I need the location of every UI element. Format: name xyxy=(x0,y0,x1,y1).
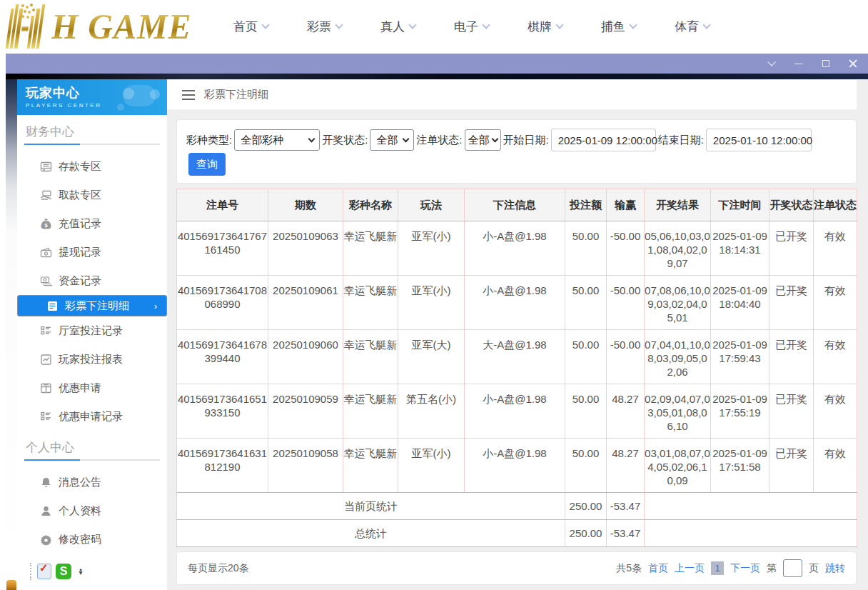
prev-page-link[interactable]: 上一页 xyxy=(675,562,705,575)
chevron-down-icon xyxy=(702,21,710,29)
sidebar-item-label: 资金记录 xyxy=(59,274,101,288)
cashout-record-icon xyxy=(40,246,52,259)
window-dropdown-icon[interactable] xyxy=(767,59,777,69)
table-cell: -50.00 xyxy=(607,330,645,384)
sidebar-item[interactable]: 优惠申请记录› xyxy=(17,402,167,431)
bet-status-select[interactable]: 全部 xyxy=(465,129,501,151)
window-controls xyxy=(767,54,858,74)
column-header: 玩法 xyxy=(398,189,465,221)
chevron-right-icon: › xyxy=(154,301,157,311)
table-cell: 2025-01-09 18:14:31 xyxy=(711,221,769,276)
chevron-down-icon xyxy=(629,21,637,29)
table-cell: 已开奖 xyxy=(769,276,814,330)
table-row: 40156917364163181219020250109058幸运飞艇新亚军(… xyxy=(177,439,857,493)
column-header: 输赢 xyxy=(607,189,645,221)
sidebar-item[interactable]: 厅室投注记录› xyxy=(17,316,167,345)
column-header: 注单状态 xyxy=(814,189,857,221)
window-maximize-icon[interactable] xyxy=(821,59,831,69)
search-button[interactable]: 查询 xyxy=(188,153,226,176)
column-header: 下注时间 xyxy=(711,189,769,221)
window-titlebar xyxy=(6,54,868,74)
toolbar-drag-handle[interactable] xyxy=(30,563,33,580)
sidebar-item-label: 提现记录 xyxy=(59,246,101,259)
table-cell: 幸运飞艇新 xyxy=(343,439,398,493)
table-cell: 幸运飞艇新 xyxy=(343,384,398,439)
table-cell: 2025-01-09 18:04:40 xyxy=(711,276,769,330)
first-page-link[interactable]: 首页 xyxy=(648,562,668,575)
pagination-panel: 每页显示20条 共5条 首页 上一页 1 下一页 第 页 跳转 xyxy=(176,551,857,585)
jump-link[interactable]: 跳转 xyxy=(825,562,845,575)
menu-toggle-icon[interactable] xyxy=(182,90,195,100)
nav-item-label: 首页 xyxy=(233,19,258,35)
table-cell: 50.00 xyxy=(565,439,607,493)
table-header-row: 注单号期数彩种名称玩法下注信息投注额输赢开奖结果下注时间开奖状态注单状态 xyxy=(177,189,857,221)
table-cell: 小-A盘@1.98 xyxy=(465,276,565,330)
sidebar-item[interactable]: 彩票下注明细› xyxy=(17,295,167,316)
nav-item-2[interactable]: 彩票 xyxy=(288,19,361,35)
table-cell: 亚军(小) xyxy=(398,439,465,493)
sidebar-item[interactable]: 存款专区› xyxy=(17,152,167,181)
next-page-link[interactable]: 下一页 xyxy=(730,562,760,575)
logo-text: H GAME xyxy=(51,6,191,47)
table-cell: 小-A盘@1.98 xyxy=(465,221,565,276)
sidebar-item[interactable]: 个人资料› xyxy=(17,496,167,525)
sidebar-item[interactable]: 取款专区› xyxy=(17,181,167,209)
table-cell: 有效 xyxy=(814,384,857,439)
table-cell: -50.00 xyxy=(607,276,645,330)
toolbar-more-icon[interactable]: ▪▾ xyxy=(77,569,84,574)
nav-item-6[interactable]: 捕鱼 xyxy=(582,19,655,35)
site-logo[interactable]: H GAME xyxy=(9,3,195,50)
table-cell: 07,08,06,10,09,03,02,04,05,01 xyxy=(645,276,711,330)
table-cell: 亚军(小) xyxy=(398,276,465,330)
sidebar-item-label: 厅室投注记录 xyxy=(59,324,123,338)
sidebar-item[interactable]: 消息公告› xyxy=(17,468,167,496)
table-cell: 小-A盘@1.98 xyxy=(465,439,565,493)
message-icon xyxy=(40,476,52,489)
summary-label: 当前页统计 xyxy=(177,493,565,520)
nav-item-4[interactable]: 电子 xyxy=(435,19,508,35)
table-cell: 有效 xyxy=(814,276,857,330)
nav-item-3[interactable]: 真人 xyxy=(361,19,435,35)
column-header: 期数 xyxy=(268,189,343,221)
sidebar-item[interactable]: 提现记录› xyxy=(17,238,167,266)
current-page[interactable]: 1 xyxy=(711,561,724,575)
main-nav: 首页彩票真人电子棋牌捕鱼体育 xyxy=(214,0,729,54)
sidebar-item-label: 修改密码 xyxy=(59,533,101,546)
page-number-input[interactable] xyxy=(783,559,802,577)
table-cell: 小-A盘@1.98 xyxy=(465,384,565,439)
table-cell: 02,09,04,07,03,05,01,08,06,10 xyxy=(645,384,711,439)
table-cell: 已开奖 xyxy=(769,439,814,493)
chevron-down-icon xyxy=(403,136,410,143)
page-header: 彩票下注明细 xyxy=(167,80,857,109)
sidebar-item[interactable]: 玩家投注报表› xyxy=(17,345,167,374)
sidebar-item[interactable]: 资金记录› xyxy=(17,266,167,295)
per-page-label: 每页显示20条 xyxy=(188,562,249,575)
wps-doc-icon[interactable] xyxy=(37,564,51,579)
table-cell: 亚军(小) xyxy=(398,221,465,276)
sidebar-item[interactable]: 修改密码› xyxy=(17,525,167,554)
end-date-input[interactable]: 2025-01-10 12:00:00 xyxy=(706,129,812,151)
draw-status-select[interactable]: 全部 xyxy=(370,129,414,151)
sogou-input-icon[interactable]: S xyxy=(56,564,71,579)
window-minimize-icon[interactable] xyxy=(794,59,804,69)
section-underline xyxy=(24,459,160,461)
nav-item-7[interactable]: 体育 xyxy=(655,19,729,35)
withdraw-icon xyxy=(40,189,52,201)
recharge-record-icon: $ xyxy=(40,218,52,230)
start-date-input[interactable]: 2025-01-09 12:00:00 xyxy=(551,129,656,151)
summary-row: 当前页统计250.00-53.47 xyxy=(177,493,857,520)
table-cell: 有效 xyxy=(814,439,857,493)
table-cell: 401569173641678399440 xyxy=(177,330,268,384)
end-date-label: 结束日期: xyxy=(658,134,704,147)
window-close-icon[interactable] xyxy=(848,59,858,69)
sidebar-item[interactable]: $充值记录› xyxy=(17,209,167,238)
table-cell: 20250109058 xyxy=(268,439,343,493)
nav-item-1[interactable]: 首页 xyxy=(214,19,288,35)
table-cell: 2025-01-09 17:59:43 xyxy=(711,330,769,384)
summary-empty xyxy=(645,520,857,547)
table-cell: 48.27 xyxy=(607,384,645,439)
sidebar-section-title: 个人中心 xyxy=(17,431,167,456)
nav-item-5[interactable]: 棋牌 xyxy=(508,19,582,35)
sidebar-item[interactable]: 优惠申请› xyxy=(17,374,167,402)
lottery-type-select[interactable]: 全部彩种 xyxy=(234,129,320,151)
